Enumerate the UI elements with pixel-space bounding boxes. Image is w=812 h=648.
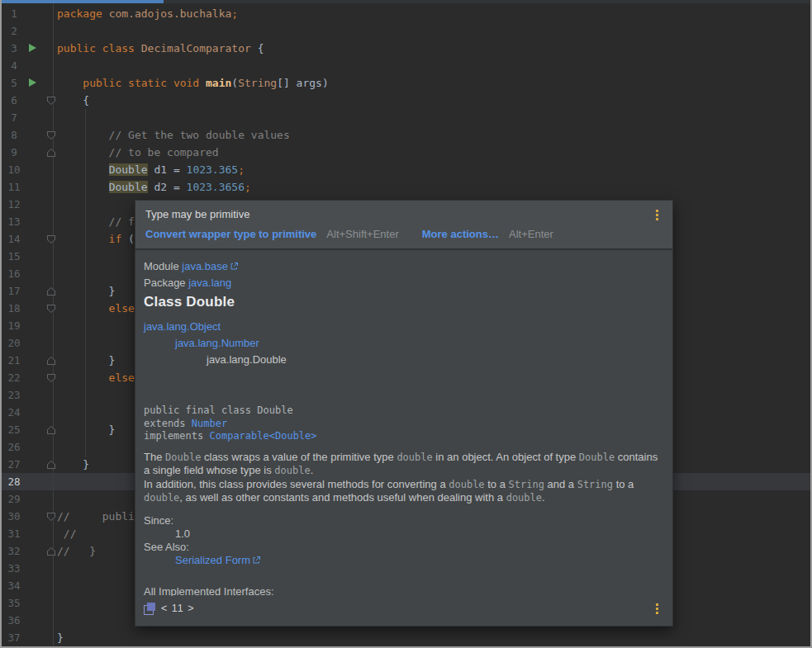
doc-body: Module java.base Package java.lang Class… [135,248,672,596]
ide-window: 1package com.adojos.buchalka;23public cl… [0,0,812,648]
run-icon[interactable] [29,78,36,87]
fold-down-icon[interactable] [47,374,55,382]
code-line[interactable]: Double d2 = 1023.3656; [57,178,251,196]
code-line[interactable]: } [57,421,115,438]
code-line[interactable]: { [57,92,89,109]
jdk-version-switcher[interactable]: < 11 > [161,603,651,614]
code-line[interactable]: else [57,369,135,386]
fold-down-icon[interactable] [47,97,55,105]
line-number[interactable]: 2 [3,22,25,40]
line-number[interactable]: 27 [3,456,25,473]
hierarchy-link-number[interactable]: java.lang.Number [175,337,259,349]
code-line-row: 10 Double d1 = 1023.365; [2,161,810,178]
code-line[interactable]: // [57,525,76,542]
code-line[interactable]: } [57,629,64,646]
line-number[interactable]: 30 [3,508,25,525]
fold-up-icon[interactable] [47,149,55,157]
line-number[interactable]: 22 [3,369,25,386]
line-number[interactable]: 1 [3,5,25,22]
line-number[interactable]: 35 [3,594,25,612]
code-line-row: 6 { [2,92,810,109]
doc-menu-icon[interactable] [651,602,662,615]
line-number[interactable]: 15 [3,248,25,265]
code-editor[interactable]: 1package com.adojos.buchalka;23public cl… [2,3,810,646]
line-number[interactable]: 4 [3,57,25,74]
more-actions-link[interactable]: More actions… [422,228,499,240]
line-number[interactable]: 12 [3,196,25,213]
line-number[interactable]: 6 [3,92,25,109]
line-number[interactable]: 13 [3,213,25,230]
external-link-icon [230,262,239,271]
line-number[interactable]: 11 [3,178,25,196]
line-number[interactable]: 9 [3,144,25,161]
line-number[interactable]: 8 [3,126,25,144]
line-number[interactable]: 23 [3,386,25,404]
line-number[interactable]: 33 [3,560,25,577]
more-actions-shortcut: Alt+Enter [509,228,553,240]
line-number[interactable]: 18 [3,300,25,317]
line-number[interactable]: 7 [3,109,25,126]
code-line[interactable]: // f [57,213,135,230]
fold-up-icon[interactable] [47,547,55,556]
code-line-row: 7 [2,109,810,126]
run-icon[interactable] [29,44,36,52]
fold-up-icon[interactable] [47,357,55,365]
code-line[interactable]: if ( [57,230,135,248]
doc-paragraph: In addition, this class provides several… [144,478,664,505]
hierarchy-link-object[interactable]: java.lang.Object [144,320,221,333]
line-number[interactable]: 10 [3,161,25,178]
line-number[interactable]: 36 [3,612,25,629]
fold-up-icon[interactable] [47,426,55,434]
implements-link[interactable]: Comparable<Double> [209,430,316,442]
module-label: Module [144,260,179,272]
code-line[interactable]: // Get the two double values [57,126,290,144]
line-number[interactable]: 31 [3,525,25,542]
line-number[interactable]: 14 [3,230,25,248]
code-line[interactable]: } [57,352,115,369]
line-number[interactable]: 34 [3,577,25,594]
see-also-label: See Also: [144,541,664,554]
extends-link[interactable]: Number [192,418,227,429]
documentation-popup: Type may be primitive Convert wrapper ty… [135,200,673,627]
fold-up-icon[interactable] [47,287,55,296]
fold-down-icon[interactable] [47,305,55,313]
code-line-row: 2 [2,22,810,40]
code-line[interactable]: else [57,300,135,317]
line-number[interactable]: 32 [3,542,25,560]
code-line[interactable]: } [57,282,115,300]
code-line[interactable]: Double d1 = 1023.365; [57,161,245,178]
line-number[interactable]: 16 [3,265,25,282]
line-number[interactable]: 3 [3,40,25,57]
line-number[interactable]: 25 [3,421,25,438]
intention-action-link[interactable]: Convert wrapper type to primitive [145,228,316,240]
intention-menu-icon[interactable] [651,208,662,221]
code-line[interactable]: // } [57,542,96,560]
line-number[interactable]: 17 [3,282,25,300]
code-line[interactable]: public static void main(String[] args) [57,74,329,92]
line-number[interactable]: 37 [3,629,25,646]
line-number[interactable]: 5 [3,74,25,92]
intention-popup: Type may be primitive Convert wrapper ty… [135,201,672,248]
code-line[interactable]: // to be compared [57,144,219,161]
code-line-row: 11 Double d2 = 1023.3656; [2,178,810,196]
line-number[interactable]: 24 [3,404,25,421]
code-line[interactable]: // public [57,508,141,525]
line-number[interactable]: 29 [3,490,25,508]
module-link[interactable]: java.base [182,260,228,272]
code-line[interactable]: public class DecimalComparator { [57,40,264,57]
fold-down-icon[interactable] [47,131,55,140]
serialized-form-link[interactable]: Serialized Form [175,554,250,566]
line-number[interactable]: 21 [3,352,25,369]
package-link[interactable]: java.lang [188,277,231,289]
fold-down-icon[interactable] [47,235,55,244]
fold-up-icon[interactable] [47,461,55,469]
code-line[interactable]: } [57,456,89,473]
line-number[interactable]: 19 [3,317,25,334]
interfaces-label: All Implemented Interfaces: [144,585,664,597]
fold-down-icon[interactable] [47,513,55,521]
code-line[interactable]: package com.adojos.buchalka; [57,5,238,22]
editor-pane: 1package com.adojos.buchalka;23public cl… [2,0,810,646]
line-number[interactable]: 20 [3,334,25,352]
line-number[interactable]: 26 [3,438,25,456]
line-number[interactable]: 28 [3,473,25,490]
